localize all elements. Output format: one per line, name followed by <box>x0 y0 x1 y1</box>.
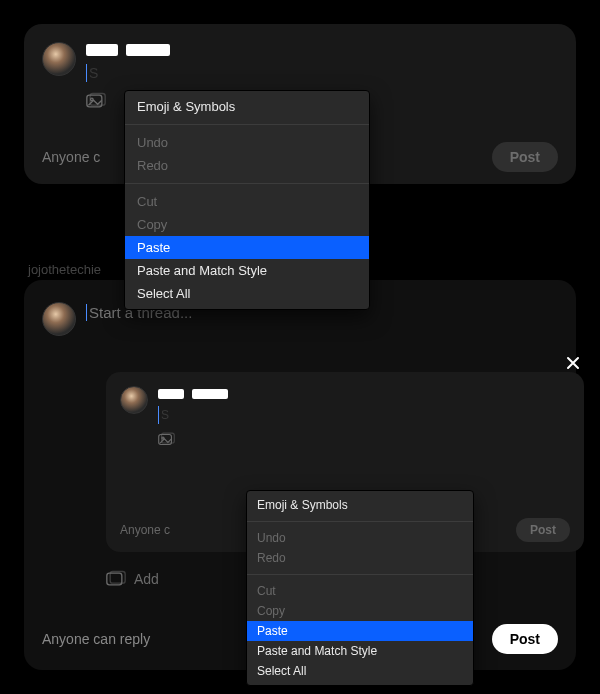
composer-body: S <box>158 386 570 424</box>
menu-separator <box>125 124 369 125</box>
nested-composer-card: S Anyone c Post Emoji & Symbols Undo Red… <box>106 372 584 552</box>
username-line <box>158 386 570 402</box>
menu-cut[interactable]: Cut <box>247 581 473 601</box>
menu-paste[interactable]: Paste <box>125 236 369 259</box>
username-redacted <box>126 44 170 56</box>
menu-select-all[interactable]: Select All <box>247 661 473 681</box>
menu-copy[interactable]: Copy <box>247 601 473 621</box>
reply-scope[interactable]: Anyone can reply <box>42 631 150 647</box>
menu-redo[interactable]: Redo <box>247 548 473 568</box>
menu-redo[interactable]: Redo <box>125 154 369 177</box>
username-line <box>86 42 558 58</box>
context-menu: Emoji & Symbols Undo Redo Cut Copy Paste… <box>124 90 370 310</box>
reply-scope[interactable]: Anyone c <box>42 149 100 165</box>
reply-scope[interactable]: Anyone c <box>120 523 170 537</box>
menu-copy[interactable]: Copy <box>125 213 369 236</box>
username-redacted <box>158 389 184 399</box>
menu-separator <box>247 574 473 575</box>
add-thread-row[interactable]: Add <box>106 570 159 588</box>
menu-select-all[interactable]: Select All <box>125 282 369 305</box>
menu-emoji-symbols[interactable]: Emoji & Symbols <box>125 95 369 118</box>
menu-separator <box>125 183 369 184</box>
menu-undo[interactable]: Undo <box>125 131 369 154</box>
menu-cut[interactable]: Cut <box>125 190 369 213</box>
image-attach-icon <box>106 570 126 588</box>
compose-input[interactable]: S <box>86 64 558 82</box>
avatar[interactable] <box>42 302 76 336</box>
add-label: Add <box>134 571 159 587</box>
avatar[interactable] <box>120 386 148 414</box>
menu-paste-match[interactable]: Paste and Match Style <box>125 259 369 282</box>
composer-row: S <box>120 386 570 424</box>
close-icon[interactable] <box>560 350 586 376</box>
username-redacted <box>192 389 228 399</box>
avatar[interactable] <box>42 42 76 76</box>
menu-undo[interactable]: Undo <box>247 528 473 548</box>
menu-paste-match[interactable]: Paste and Match Style <box>247 641 473 661</box>
composer-body: S <box>86 42 558 82</box>
composer-card-bottom: S Anyone c Post Emoji & Symbols Undo Red… <box>24 280 576 670</box>
post-button[interactable]: Post <box>492 142 558 172</box>
attach-row <box>158 432 570 447</box>
feed-username: jojothetechie <box>28 262 101 277</box>
username-redacted <box>86 44 118 56</box>
image-attach-icon[interactable] <box>158 432 175 447</box>
compose-input[interactable]: S <box>158 406 570 424</box>
post-button[interactable]: Post <box>516 518 570 542</box>
composer-row: S <box>42 42 558 82</box>
composer-card-top: S Anyone c Post Emoji & Symbols Undo Red… <box>24 24 576 184</box>
post-button[interactable]: Post <box>492 624 558 654</box>
menu-paste[interactable]: Paste <box>247 621 473 641</box>
menu-separator <box>247 521 473 522</box>
context-menu: Emoji & Symbols Undo Redo Cut Copy Paste… <box>246 490 474 686</box>
image-attach-icon[interactable] <box>86 92 106 110</box>
menu-emoji-symbols[interactable]: Emoji & Symbols <box>247 495 473 515</box>
